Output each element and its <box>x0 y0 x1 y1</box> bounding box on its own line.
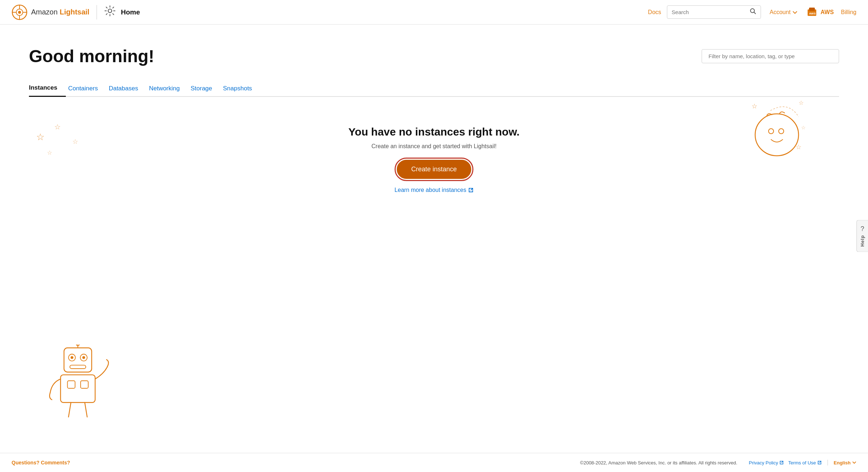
svg-text:☆: ☆ <box>799 100 804 106</box>
footer-links: Privacy Policy Terms of Use English <box>745 460 856 465</box>
svg-text:☆: ☆ <box>752 103 757 110</box>
terms-of-use-link[interactable]: Terms of Use <box>788 460 816 465</box>
greeting-row: Good morning! <box>29 46 839 66</box>
privacy-policy-link[interactable]: Privacy Policy <box>749 460 778 465</box>
svg-point-26 <box>71 356 73 359</box>
help-icon: ? <box>860 225 864 233</box>
svg-rect-28 <box>70 365 86 369</box>
footer-divider <box>827 460 828 465</box>
tab-storage[interactable]: Storage <box>188 81 221 97</box>
help-label: Help <box>860 235 865 246</box>
svg-rect-31 <box>81 381 88 388</box>
search-box[interactable] <box>667 5 761 19</box>
svg-point-23 <box>76 344 79 346</box>
svg-rect-30 <box>68 381 75 388</box>
footer-questions[interactable]: Questions? Comments? <box>12 460 70 465</box>
svg-point-6 <box>18 11 21 14</box>
aws-link[interactable]: AWS AWS <box>806 7 834 18</box>
empty-state-subtitle: Create an instance and get started with … <box>371 143 497 150</box>
empty-state: You have no instances right now. Create … <box>29 119 839 215</box>
search-input[interactable] <box>672 9 748 15</box>
language-selector[interactable]: English <box>834 460 856 465</box>
footer-copyright: ©2008-2022, Amazon Web Services, Inc. or… <box>580 460 737 465</box>
svg-line-33 <box>85 403 87 417</box>
external-link-icon-2 <box>817 460 822 465</box>
footer: Questions? Comments? ©2008-2022, Amazon … <box>0 453 868 472</box>
logo-link[interactable]: Amazon Lightsail <box>12 4 89 20</box>
account-menu[interactable]: Account <box>770 9 797 16</box>
lightsail-logo-icon <box>12 4 27 20</box>
empty-state-title: You have no instances right now. <box>348 126 519 138</box>
svg-point-24 <box>68 354 75 361</box>
svg-point-25 <box>80 354 87 361</box>
external-link-icon <box>779 460 784 465</box>
svg-rect-21 <box>64 348 92 372</box>
billing-link[interactable]: Billing <box>841 9 856 16</box>
tab-instances[interactable]: Instances <box>29 81 66 97</box>
tab-networking[interactable]: Networking <box>147 81 188 97</box>
svg-rect-29 <box>60 375 95 403</box>
svg-point-27 <box>82 356 85 359</box>
external-link-icon <box>468 188 473 193</box>
page-title: Home <box>121 8 140 16</box>
svg-line-9 <box>754 12 756 14</box>
aws-icon: AWS <box>806 7 818 18</box>
chevron-down-icon <box>792 10 797 15</box>
filter-input[interactable] <box>702 49 839 63</box>
greeting-title: Good morning! <box>29 46 154 66</box>
help-button[interactable]: ? Help <box>856 220 868 252</box>
docs-link[interactable]: Docs <box>648 9 661 16</box>
search-button[interactable] <box>750 8 756 16</box>
settings-icon[interactable] <box>104 5 116 19</box>
tab-databases[interactable]: Databases <box>107 81 147 97</box>
svg-rect-11 <box>809 8 815 11</box>
tab-snapshots[interactable]: Snapshots <box>221 81 261 97</box>
chevron-down-icon <box>852 460 856 465</box>
svg-line-32 <box>68 403 71 417</box>
create-instance-button[interactable]: Create instance <box>397 160 471 179</box>
logo-label: Amazon Lightsail <box>31 8 89 16</box>
header-divider <box>97 5 97 20</box>
decorative-robot <box>43 344 116 424</box>
tab-containers[interactable]: Containers <box>66 81 106 97</box>
resource-tabs: Instances Containers Databases Networkin… <box>29 81 839 97</box>
svg-text:AWS: AWS <box>809 12 816 15</box>
learn-more-link[interactable]: Learn more about instances <box>395 187 473 193</box>
svg-point-7 <box>108 9 112 13</box>
